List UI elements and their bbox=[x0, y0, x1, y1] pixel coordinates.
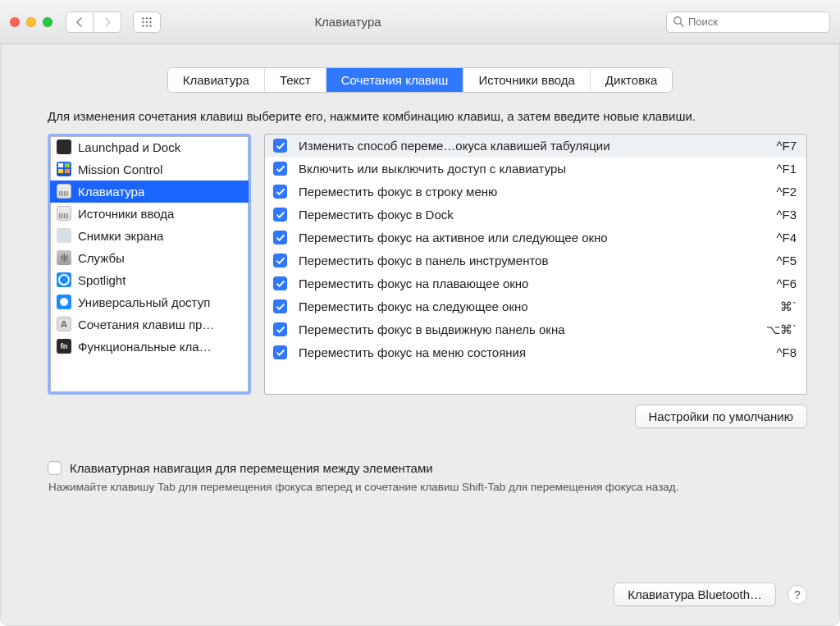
close-icon[interactable] bbox=[10, 17, 20, 27]
help-button[interactable]: ? bbox=[788, 585, 807, 605]
shortcut-label: Переместить фокус на меню состояния bbox=[299, 345, 765, 359]
screenshot-icon bbox=[57, 228, 71, 243]
tab-4[interactable]: Диктовка bbox=[591, 68, 673, 92]
shortcut-key[interactable]: ^F5 bbox=[776, 254, 797, 267]
category-label: Launchpad и Dock bbox=[78, 140, 180, 154]
shortcut-row[interactable]: Переместить фокус в Dock^F3 bbox=[265, 203, 806, 226]
launch-icon bbox=[57, 139, 71, 154]
search-input[interactable] bbox=[666, 11, 830, 33]
appshort-icon bbox=[57, 317, 71, 331]
window-title: Клавиатура bbox=[38, 15, 658, 29]
tabbar: КлавиатураТекстСочетания клавишИсточники… bbox=[0, 44, 840, 104]
preferences-window: Клавиатура КлавиатураТекстСочетания клав… bbox=[0, 0, 840, 626]
shortcut-checkbox[interactable] bbox=[273, 162, 287, 176]
spotlight-icon bbox=[57, 272, 71, 287]
shortcut-row[interactable]: Переместить фокус в панель инструментов^… bbox=[265, 249, 806, 272]
category-row[interactable]: Mission Control bbox=[50, 158, 249, 180]
category-label: Службы bbox=[78, 251, 125, 265]
tab-1[interactable]: Текст bbox=[265, 68, 326, 92]
category-row[interactable]: Функциональные кла… bbox=[50, 336, 249, 358]
shortcut-checkbox[interactable] bbox=[273, 139, 287, 153]
category-list[interactable]: Launchpad и DockMission ControlКлавиатур… bbox=[48, 134, 251, 395]
shortcut-list[interactable]: Изменить способ переме…окуса клавишей та… bbox=[264, 134, 807, 395]
shortcut-row[interactable]: Переместить фокус на следующее окно⌘` bbox=[265, 295, 806, 318]
bluetooth-keyboard-button[interactable]: Клавиатура Bluetooth… bbox=[614, 583, 776, 606]
category-row[interactable]: Универсальный доступ bbox=[50, 291, 249, 313]
search-icon bbox=[673, 16, 684, 30]
shortcut-row[interactable]: Переместить фокус в выдвижную панель окн… bbox=[265, 318, 806, 341]
shortcut-label: Переместить фокус на активное или следую… bbox=[299, 231, 765, 244]
access-icon bbox=[57, 295, 71, 309]
shortcut-label: Включить или выключить доступ с клавиату… bbox=[299, 162, 765, 176]
category-label: Mission Control bbox=[78, 162, 162, 176]
kb-icon bbox=[57, 184, 71, 199]
shortcut-key[interactable]: ^F2 bbox=[776, 185, 797, 199]
tab-2[interactable]: Сочетания клавиш bbox=[326, 68, 464, 92]
shortcut-label: Переместить фокус в строку меню bbox=[299, 185, 765, 199]
shortcut-label: Переместить фокус в панель инструментов bbox=[299, 254, 765, 267]
keyboard-nav-note: Нажимайте клавишу Tab для перемещения фо… bbox=[48, 480, 807, 496]
shortcut-checkbox[interactable] bbox=[273, 231, 287, 244]
kb-icon bbox=[57, 206, 71, 221]
footer: Клавиатура Bluetooth… ? bbox=[0, 583, 840, 626]
shortcut-key[interactable]: ^F4 bbox=[776, 231, 797, 244]
shortcut-key[interactable]: ⌥⌘` bbox=[766, 322, 797, 337]
description-text: Для изменения сочетания клавиш выберите … bbox=[48, 107, 769, 126]
category-label: Снимки экрана bbox=[78, 229, 163, 243]
shortcut-checkbox[interactable] bbox=[273, 322, 287, 336]
category-row[interactable]: Launchpad и Dock bbox=[50, 136, 249, 158]
category-label: Источники ввода bbox=[78, 207, 174, 221]
content-area: Для изменения сочетания клавиш выберите … bbox=[0, 104, 840, 583]
shortcut-row[interactable]: Изменить способ переме…окуса клавишей та… bbox=[265, 135, 806, 158]
panes: Launchpad и DockMission ControlКлавиатур… bbox=[48, 134, 807, 395]
category-label: Spotlight bbox=[78, 273, 126, 287]
shortcut-checkbox[interactable] bbox=[273, 254, 287, 267]
shortcut-key[interactable]: ^F8 bbox=[776, 345, 797, 359]
shortcut-label: Переместить фокус в выдвижную панель окн… bbox=[299, 322, 755, 336]
shortcut-checkbox[interactable] bbox=[273, 208, 287, 222]
category-row[interactable]: Spotlight bbox=[50, 269, 249, 291]
shortcut-key[interactable]: ^F1 bbox=[776, 162, 797, 176]
minimize-icon[interactable] bbox=[26, 17, 36, 27]
fn-icon bbox=[57, 339, 71, 354]
category-row[interactable]: Сочетания клавиш пр… bbox=[50, 313, 249, 336]
shortcut-row[interactable]: Включить или выключить доступ с клавиату… bbox=[265, 158, 806, 180]
shortcut-key[interactable]: ^F7 bbox=[776, 139, 797, 153]
shortcut-checkbox[interactable] bbox=[273, 345, 287, 359]
restore-defaults-button[interactable]: Настройки по умолчанию bbox=[635, 404, 808, 428]
shortcut-label: Изменить способ переме…окуса клавишей та… bbox=[299, 139, 765, 153]
category-row[interactable]: Клавиатура bbox=[50, 180, 249, 203]
shortcut-row[interactable]: Переместить фокус в строку меню^F2 bbox=[265, 180, 806, 203]
defaults-row: Настройки по умолчанию bbox=[48, 395, 807, 445]
shortcut-checkbox[interactable] bbox=[273, 276, 287, 290]
shortcut-label: Переместить фокус на плавающее окно bbox=[299, 276, 765, 290]
shortcut-key[interactable]: ^F6 bbox=[776, 276, 797, 290]
svg-line-1 bbox=[680, 23, 683, 26]
shortcut-row[interactable]: Переместить фокус на активное или следую… bbox=[265, 226, 806, 249]
shortcut-key[interactable]: ⌘` bbox=[780, 299, 797, 314]
category-label: Клавиатура bbox=[78, 185, 144, 199]
shortcut-label: Переместить фокус в Dock bbox=[299, 208, 765, 222]
tab-0[interactable]: Клавиатура bbox=[168, 68, 265, 92]
shortcut-checkbox[interactable] bbox=[273, 185, 287, 199]
category-row[interactable]: Источники ввода bbox=[50, 203, 249, 225]
services-icon bbox=[57, 250, 71, 265]
category-label: Функциональные кла… bbox=[78, 340, 212, 354]
category-row[interactable]: Службы bbox=[50, 247, 249, 269]
mc-icon bbox=[57, 162, 71, 176]
category-row[interactable]: Снимки экрана bbox=[50, 225, 249, 247]
shortcut-row[interactable]: Переместить фокус на плавающее окно^F6 bbox=[265, 272, 806, 295]
keyboard-nav-label: Клавиатурная навигация для перемещения м… bbox=[70, 461, 433, 475]
category-label: Универсальный доступ bbox=[78, 295, 210, 309]
shortcut-checkbox[interactable] bbox=[273, 299, 287, 313]
category-label: Сочетания клавиш пр… bbox=[78, 318, 214, 331]
shortcut-key[interactable]: ^F3 bbox=[776, 208, 797, 222]
keyboard-nav-row: Клавиатурная навигация для перемещения м… bbox=[48, 461, 807, 475]
tab-3[interactable]: Источники ввода bbox=[463, 68, 590, 92]
titlebar: Клавиатура bbox=[0, 0, 840, 44]
keyboard-nav-checkbox[interactable] bbox=[48, 461, 62, 475]
search-field-wrap bbox=[666, 11, 830, 33]
shortcut-row[interactable]: Переместить фокус на меню состояния^F8 bbox=[265, 341, 806, 364]
shortcut-label: Переместить фокус на следующее окно bbox=[299, 299, 769, 313]
